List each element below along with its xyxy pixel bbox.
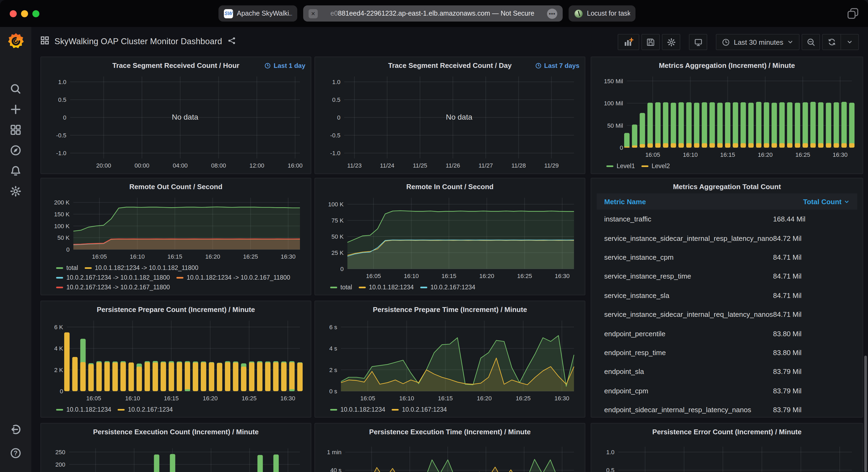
create-plus-icon[interactable] [9,103,22,116]
table-row[interactable]: service_instance_sidecar_internal_resp_l… [597,229,857,248]
grafana-logo-icon[interactable] [7,32,24,50]
refresh-dashboard-button[interactable] [823,34,840,50]
close-tab-icon[interactable]: ✕ [309,9,318,18]
save-dashboard-button[interactable] [642,34,660,50]
svg-text:4 K: 4 K [54,345,63,352]
page-scrollbar[interactable] [864,356,867,472]
alerting-bell-icon[interactable] [9,164,22,177]
chart-persistence-error-count[interactable]: 1.00.50-0.5-1.0 [597,439,857,472]
panel-title[interactable]: Remote Out Count / Second [46,181,305,194]
panel-title[interactable]: Persistence Execution Count (Increment) … [46,427,305,439]
search-icon[interactable] [9,82,22,95]
column-total-count[interactable]: Total Count [773,198,850,206]
legend-item[interactable]: 10.0.1.182:1234 [56,405,111,414]
panel-title[interactable]: Persistence Prepare Time (Increment) / M… [320,304,579,316]
svg-text:11/26: 11/26 [445,162,460,169]
legend-item[interactable]: 10.0.1.182:1234 -> 10.0.2.167_11800 [177,273,290,282]
panel-title[interactable]: Persistence Prepare Count (Increment) / … [46,304,305,316]
table-row[interactable]: endpoint_sidecar_internal_resp_latency_n… [597,400,857,415]
legend-item[interactable]: 10.0.1.182:1234 [330,405,385,414]
legend-label: Level1 [617,161,635,171]
refresh-interval-dropdown[interactable] [841,34,858,50]
sign-out-icon[interactable] [9,423,22,436]
time-range-picker[interactable]: Last 30 minutes [716,34,800,50]
cycle-view-mode-button[interactable] [689,34,707,50]
chevron-down-icon [846,39,853,45]
legend-label: Level2 [652,161,670,171]
legend-item[interactable]: Level2 [642,161,670,171]
chart-trace-segment-hour[interactable]: 20:0000:0004:0008:0012:0016:001.00.50-0.… [46,72,305,171]
svg-text:0.5: 0.5 [332,96,340,103]
panel-remote-out-count: Remote Out Count / Second 16:0516:1016:1… [40,178,311,295]
panel-title[interactable]: Persistence Error Count (Increment) / Mi… [597,427,857,439]
legend-item[interactable]: 10.0.2.167:1234 [420,282,475,292]
browser-titlebar: SW Apache SkyWalki... ✕ e0881eed4-229612… [0,0,868,27]
panel-title[interactable]: Persistence Execution Time (Increment) /… [320,427,579,439]
svg-text:16:20: 16:20 [205,253,220,260]
table-row[interactable]: endpoint_sla83.79 Mil [597,362,857,381]
zoom-out-time-button[interactable] [802,34,820,50]
legend-item[interactable]: total [330,282,352,292]
legend-item[interactable]: 10.0.2.167:1234 [118,405,173,414]
page-title[interactable]: SkyWalking OAP Cluster Monitor Dashboard [55,37,222,46]
svg-text:0: 0 [63,114,66,121]
svg-text:16:25: 16:25 [516,395,531,402]
tab-active-dashboard[interactable]: ✕ e0881eed4-22961232.ap-east-1.elb.amazo… [303,5,563,22]
explore-compass-icon[interactable] [9,144,22,157]
svg-text:-0.5: -0.5 [330,132,340,139]
panel-title[interactable]: Remote In Count / Second [320,181,579,194]
tab-apache-skywalking[interactable]: SW Apache SkyWalki... [218,5,297,22]
close-window-button[interactable] [10,10,17,17]
svg-text:150 Mil: 150 Mil [604,78,623,85]
table-row[interactable]: service_instance_sla84.71 Mil [597,286,857,305]
panel-title[interactable]: Metrics Aggregation Total Count [597,181,857,194]
svg-text:20:00: 20:00 [96,162,111,169]
dashboard-settings-button[interactable] [662,34,680,50]
legend: total10.0.1.182:123410.0.2.167:1234 [320,282,579,293]
tab-overview-icon[interactable] [846,7,859,20]
legend-item[interactable]: 10.0.1.182:1234 -> 10.0.1.182_11800 [85,263,198,273]
table-row[interactable]: service_instance_cpm84.71 Mil [597,248,857,267]
svg-text:16:10: 16:10 [130,253,145,260]
maximize-window-button[interactable] [32,10,39,17]
table-row[interactable]: instance_traffic168.44 Mil [597,210,857,229]
panel-trace-segment-hour: Trace Segment Received Count / Hour Last… [40,57,311,174]
legend-item[interactable]: total [56,263,78,273]
time-override-badge: Last 7 days [535,62,579,69]
add-panel-button[interactable] [618,34,639,50]
chart-metrics-aggregation[interactable]: 16:0516:1016:1516:2016:2516:30050 Mil100… [597,72,857,161]
legend-item[interactable]: 10.0.2.167:1234 -> 10.0.2.167_11800 [56,282,170,292]
chart-persistence-execution-count[interactable]: 250200150100500 [46,439,305,472]
configuration-gear-icon[interactable] [9,185,22,198]
legend-item[interactable]: 10.0.2.167:1234 [392,405,447,414]
legend-item[interactable]: 10.0.1.182:1234 [359,282,414,292]
minimize-window-button[interactable] [21,10,28,17]
share-icon[interactable] [227,36,236,46]
help-icon[interactable]: ? [9,447,22,460]
table-row[interactable]: service_instance_resp_time84.71 Mil [597,267,857,286]
chart-persistence-execution-time[interactable]: 1 min40 s20 s0 s [320,439,579,472]
panel-title[interactable]: Metrics Aggregation (Increment) / Minute [597,60,857,72]
svg-text:-0.5: -0.5 [56,132,66,139]
dashboard-grid-icon[interactable] [40,36,49,47]
chart-remote-in-count[interactable]: 16:0516:1016:1516:2016:2516:30025 K50 K7… [320,194,579,282]
svg-text:-1.0: -1.0 [56,150,66,157]
tab-locust[interactable]: Locust for tasks.py [568,5,636,22]
svg-text:16:00: 16:00 [288,162,303,169]
total-count-cell: 83.79 Mil [773,406,850,414]
table-row[interactable]: service_instance_sidecar_internal_req_la… [597,305,857,324]
legend-item[interactable]: Level1 [607,161,635,171]
table-row[interactable]: endpoint_resp_time83.80 Mil [597,343,857,362]
svg-text:0: 0 [340,266,344,272]
chart-trace-segment-day[interactable]: 11/2311/2411/2511/2611/2711/2811/291.00.… [320,72,579,171]
table-row[interactable]: endpoint_cpm83.79 Mil [597,381,857,400]
chart-persistence-prepare-count[interactable]: 16:0516:1016:1516:2016:2516:3002 K4 K6 K [46,316,305,404]
table-row[interactable]: endpoint_percentile83.80 Mil [597,324,857,343]
svg-text:0: 0 [66,246,70,253]
page-options-icon[interactable]: ••• [547,8,557,19]
chart-persistence-prepare-time[interactable]: 16:0516:1016:1516:2016:2516:300 s2 s4 s6… [320,316,579,404]
column-metric-name[interactable]: Metric Name [604,198,773,206]
dashboards-icon[interactable] [9,124,22,136]
chart-remote-out-count[interactable]: 16:0516:1016:1516:2016:2516:30050 K100 K… [46,194,305,262]
legend-item[interactable]: 10.0.2.167:1234 -> 10.0.1.182_11800 [56,273,170,282]
